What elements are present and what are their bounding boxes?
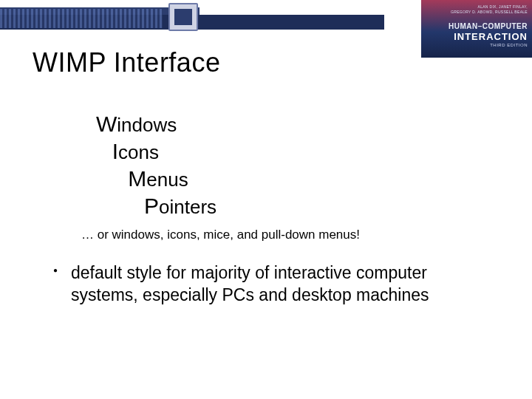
book-authors: ALAN DIX, JANET FINLAY, GREGORY D. ABOWD… <box>421 4 528 15</box>
acronym-icons: Icons <box>96 138 216 166</box>
header-texture <box>0 9 163 28</box>
slide-title: WIMP Interface <box>33 47 220 78</box>
chip-icon <box>168 3 198 31</box>
book-cover: ALAN DIX, JANET FINLAY, GREGORY D. ABOWD… <box>421 0 532 58</box>
book-title-line: HUMAN–COMPUTER <box>421 22 528 30</box>
bullet-mark: ● <box>53 266 58 274</box>
acronym-block: Windows Icons Menus Pointers <box>96 111 216 220</box>
book-authors-line: ALAN DIX, JANET FINLAY, <box>478 4 528 9</box>
book-title-line: INTERACTION <box>421 31 528 42</box>
acronym-pointers: Pointers <box>96 193 216 220</box>
book-edition: THIRD EDITION <box>421 43 528 47</box>
book-authors-line: GREGORY D. ABOWD, RUSSELL BEALE <box>451 10 528 14</box>
subtitle-line: … or windows, icons, mice, and pull-down… <box>81 228 360 242</box>
acronym-menus: Menus <box>96 166 216 193</box>
acronym-windows: Windows <box>96 111 216 138</box>
bullet-text: default style for majority of interactiv… <box>71 262 488 306</box>
